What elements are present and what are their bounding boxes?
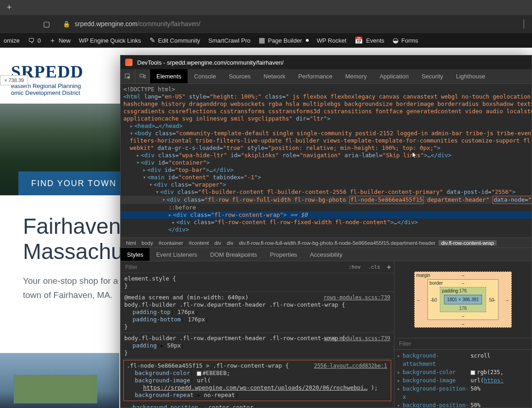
crumb-container[interactable]: #container [156, 240, 186, 246]
new-tab-button[interactable]: + [4, 2, 15, 13]
bm-border-label: border [430, 281, 443, 286]
lock-icon[interactable]: 🔒 [63, 21, 70, 28]
wp-events[interactable]: 📅Events [355, 36, 384, 44]
source-link[interactable]: 2556-layout…ccdd832be:1 [314, 362, 387, 369]
computed-filter-input[interactable] [394, 341, 532, 347]
wp-quicklinks[interactable]: WP Engine Quick Links [79, 37, 141, 44]
dom-body-cont: filters-horizontal tribe-filters-live-up… [121, 137, 532, 144]
tab-accessibility[interactable]: Accessibility [304, 248, 349, 261]
styles-filter-input[interactable] [121, 264, 345, 270]
dom-row-content[interactable]: ▸<div class="fl-row-content fl-row-fixed… [121, 219, 532, 226]
cls-toggle[interactable]: .cls [365, 264, 384, 271]
dom-html[interactable]: <html lang="en-US" style="height: 100%;"… [121, 93, 532, 100]
wp-comments[interactable]: 🗨0 [28, 37, 41, 44]
hov-toggle[interactable]: :hov [345, 264, 365, 271]
computed-filter-bar [394, 338, 532, 350]
tab-performance[interactable]: Performance [292, 69, 338, 83]
tab-sources[interactable]: Sources [222, 69, 257, 83]
inspect-icon[interactable] [121, 69, 135, 83]
device-icon[interactable] [135, 69, 150, 83]
dom-flbuilder[interactable]: ▾<div class="fl-builder-content fl-build… [121, 188, 532, 196]
wp-new[interactable]: ＋New [49, 36, 71, 45]
tab-memory[interactable]: Memory [339, 69, 373, 83]
comp-row[interactable]: ▸background-position-x50% [394, 385, 532, 401]
devtools-tabs: Elements Console Sources Network Perform… [121, 69, 532, 84]
plus-icon: ＋ [49, 36, 56, 45]
calendar-icon: 📅 [355, 36, 363, 44]
find-town-label: FIND YOUR TOWN [31, 179, 116, 188]
dom-skiplinks[interactable]: ▸<div class="wpa-hide-ltr" id="skiplinks… [121, 152, 532, 159]
wp-admin-bar: omize 🗨0 ＋New WP Engine Quick Links ✎Edi… [0, 33, 532, 48]
style-element[interactable]: element.style { } [121, 273, 394, 292]
dom-selected-row[interactable]: ▸<div class="fl-row-content-wrap"> == $0 [121, 211, 532, 219]
url-bar-end: │ [522, 20, 526, 28]
dom-head[interactable]: ▸<head>…</head> [121, 122, 532, 130]
style-rule-3-cont[interactable]: background-position:▸ center center; bac… [121, 402, 394, 408]
devtools-window: DevTools - srpedd.wpengine.com/community… [120, 55, 532, 408]
dom-body[interactable]: ▾<body class="community-template-default… [121, 130, 532, 137]
box-model[interactable]: margin – – – – border – – – – padding 17… [394, 261, 532, 338]
crumb-body[interactable]: body [139, 240, 156, 246]
wp-pagebuilder[interactable]: ▦Page Builder [259, 36, 308, 44]
devtools-titlebar[interactable]: DevTools - srpedd.wpengine.com/community… [121, 55, 532, 69]
tab-event-listeners[interactable]: Event Listeners [150, 248, 204, 261]
tab-network[interactable]: Network [257, 69, 292, 83]
wp-rocket[interactable]: WP Rocket [317, 37, 347, 44]
source-link[interactable]: rows-modules.scss:739 [324, 335, 390, 342]
dom-body-cont2: webkit" data-gr-c-s-loaded="true" style=… [121, 144, 532, 152]
style-rule-3[interactable]: .fl-node-5e866ea455f15 > .fl-row-content… [123, 360, 391, 401]
dom-main[interactable]: ▾<main id="content" tabindex="-1"> [121, 174, 532, 181]
crumb-html[interactable]: html [123, 240, 139, 246]
style-rule-1[interactable]: @media screen and (min-width: 640px) row… [121, 292, 394, 333]
computed-list[interactable]: ▸background-attachmentscroll ▸background… [394, 350, 532, 408]
comp-row[interactable]: ▸background-position-y50% [394, 401, 532, 408]
elements-panel[interactable]: <!DOCTYPE html> <html lang="en-US" style… [121, 84, 532, 237]
crumb-div1[interactable]: div [212, 240, 224, 246]
tab-elements[interactable]: Elements [150, 69, 188, 83]
dom-container[interactable]: ▾<div id="container"> [121, 159, 532, 166]
tab-lighthouse[interactable]: Lighthouse [449, 69, 492, 83]
dom-doctype[interactable]: <!DOCTYPE html> [121, 86, 532, 93]
tab-properties[interactable]: Properties [264, 248, 304, 261]
crumb-content[interactable]: #content [186, 240, 211, 246]
dot-icon [306, 39, 309, 42]
tab-dom-breakpoints[interactable]: DOM Breakpoints [204, 248, 264, 261]
bm-padding-label: padding [442, 288, 459, 293]
svg-rect-1 [140, 74, 144, 77]
mouse-cursor-icon [412, 151, 418, 160]
color-swatch[interactable] [197, 371, 201, 376]
dom-topbar[interactable]: ▸<div id="top-bar">…</div> [121, 166, 532, 174]
bookmark-icon[interactable]: ▢ [43, 20, 50, 28]
url-display[interactable]: srpedd.wpengine.com/community/fairhaven/ [75, 20, 200, 28]
wp-smartcrawl[interactable]: SmartCrawl Pro [208, 37, 250, 44]
comp-row[interactable]: ▸background-colorrgb(235, [394, 368, 532, 376]
tab-application[interactable]: Application [373, 69, 416, 83]
comment-icon: 🗨 [28, 37, 35, 44]
style-rule-2[interactable]: body.fl-builder .fl-row.department-heade… [121, 333, 394, 359]
wp-customize[interactable]: omize [4, 37, 20, 44]
elements-breadcrumb[interactable]: html body #container #content div div di… [121, 237, 532, 248]
crumb-row[interactable]: div.fl-row.fl-row-full-width.fl-row-bg-p… [236, 240, 438, 246]
new-rule-button[interactable]: + [384, 264, 394, 271]
dom-wrapper[interactable]: ▾<div class="wrapper"> [121, 181, 532, 188]
styles-lower: :hov .cls + element.style { } @media scr… [121, 261, 532, 408]
styles-toolbar: :hov .cls + [121, 261, 394, 273]
wp-edit[interactable]: ✎Edit Community [150, 36, 200, 44]
source-link[interactable]: rows-modules.scss:739 [324, 294, 390, 301]
pagebuilder-icon: ▦ [259, 36, 265, 44]
crumb-div2[interactable]: div [224, 240, 236, 246]
tab-security[interactable]: Security [415, 69, 449, 83]
wp-forms[interactable]: ◒Forms [393, 36, 418, 44]
crumb-wrap[interactable]: div.fl-row-content-wrap [438, 240, 497, 246]
dom-before[interactable]: ::before [121, 204, 532, 211]
dom-close[interactable]: </div> [121, 226, 532, 233]
comp-row[interactable]: ▸background-imageurl(https: [394, 376, 532, 385]
element-size-tooltip: × 738.39 [0, 75, 28, 85]
comp-row[interactable]: ▸background-attachmentscroll [394, 352, 532, 368]
pencil-icon: ✎ [150, 36, 155, 44]
dom-dept-header[interactable]: ▾<div class="fl-row fl-row-full-width fl… [121, 196, 532, 204]
styles-column[interactable]: :hov .cls + element.style { } @media scr… [121, 261, 394, 408]
tab-styles[interactable]: Styles [121, 248, 150, 261]
tab-console[interactable]: Console [188, 69, 222, 83]
bm-content: 1801 × 386.391 [444, 295, 482, 304]
